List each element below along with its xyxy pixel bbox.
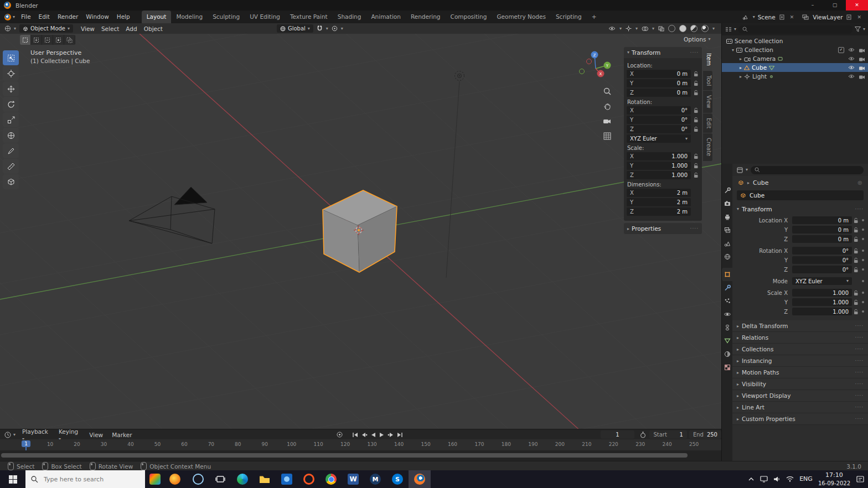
- animate-dot[interactable]: [862, 280, 864, 282]
- section-grip[interactable]: ····: [855, 346, 864, 352]
- chevron-down-icon[interactable]: ▾: [753, 15, 755, 19]
- lock-icon[interactable]: [692, 107, 699, 113]
- section-grip[interactable]: ····: [855, 416, 864, 422]
- tool-options-dropdown[interactable]: Options ▾: [684, 36, 711, 43]
- transform-tool[interactable]: [3, 128, 19, 143]
- value-field[interactable]: 1.000: [792, 298, 852, 306]
- workspace-tab[interactable]: Rendering: [406, 11, 446, 23]
- dimension-field[interactable]: Y2 m: [627, 198, 691, 206]
- prev-keyframe-button[interactable]: [360, 430, 369, 439]
- add-cube-tool[interactable]: [3, 174, 19, 189]
- location-field[interactable]: Z0 m: [627, 89, 691, 97]
- properties-section-header[interactable]: ▸ Custom Properties ····: [732, 413, 868, 425]
- menu-item[interactable]: File: [17, 11, 35, 23]
- select-mode-invert[interactable]: [53, 35, 64, 45]
- section-grip[interactable]: ····: [855, 370, 864, 375]
- move-tool[interactable]: [3, 81, 19, 96]
- expander-icon[interactable]: ▸: [740, 74, 742, 79]
- chevron-down-icon[interactable]: ▾: [863, 27, 865, 32]
- auto-keying-toggle[interactable]: [336, 431, 343, 438]
- overlays-toggle[interactable]: [642, 26, 648, 32]
- pan-hand-button[interactable]: [601, 100, 613, 112]
- menu-item[interactable]: Edit: [35, 11, 54, 23]
- lock-icon[interactable]: [852, 248, 859, 254]
- object-name-field[interactable]: Cube: [737, 190, 864, 200]
- new-viewlayer-button[interactable]: [846, 14, 852, 20]
- npanel-properties-header[interactable]: ▸ Properties ····: [624, 223, 702, 234]
- camera-view-button[interactable]: [601, 115, 613, 127]
- outliner-search-input[interactable]: [738, 25, 852, 34]
- tab-output[interactable]: [722, 210, 733, 224]
- expander-icon[interactable]: ▾: [732, 48, 734, 53]
- render-camera-icon[interactable]: [859, 48, 865, 53]
- animate-dot[interactable]: [862, 301, 864, 303]
- photos-icon[interactable]: [276, 470, 298, 488]
- value-field[interactable]: 0°: [792, 266, 852, 273]
- network-icon[interactable]: [786, 476, 794, 482]
- snap-toggle[interactable]: [317, 25, 323, 32]
- chevron-down-icon[interactable]: ▾: [746, 168, 748, 172]
- properties-section-header[interactable]: ▸ Delta Transform ····: [732, 320, 868, 332]
- lock-icon[interactable]: [852, 267, 859, 273]
- workspace-tab[interactable]: Layout: [142, 11, 172, 23]
- language-indicator[interactable]: ENG: [799, 475, 813, 482]
- navigation-gizmo[interactable]: Z Y X: [576, 48, 616, 87]
- shading-wireframe-button[interactable]: [668, 25, 675, 32]
- light-object[interactable]: [446, 71, 464, 278]
- rotation-field[interactable]: Z0°: [627, 125, 691, 133]
- expander-icon[interactable]: ▸: [740, 65, 742, 70]
- viewport-menu-item[interactable]: Object: [141, 25, 166, 32]
- cube-object[interactable]: [323, 190, 397, 272]
- sidebar-tab[interactable]: Create: [703, 133, 712, 160]
- properties-section-header[interactable]: ▸ Motion Paths ····: [732, 367, 868, 378]
- mode-dropdown[interactable]: Object Mode ▾: [19, 24, 73, 33]
- taskbar-search-input[interactable]: [43, 475, 133, 484]
- ortho-toggle-button[interactable]: [601, 130, 613, 142]
- animate-dot[interactable]: [862, 219, 864, 221]
- tab-render[interactable]: [722, 197, 733, 210]
- scale-field[interactable]: Z1.000: [627, 171, 691, 179]
- render-camera-icon[interactable]: [859, 74, 865, 79]
- animate-dot[interactable]: [862, 238, 864, 240]
- chrome-icon[interactable]: [320, 470, 342, 488]
- minimize-button[interactable]: –: [802, 0, 824, 11]
- outliner-row-camera[interactable]: ▸ Camera: [722, 54, 868, 63]
- photos-app-icon[interactable]: [165, 470, 185, 488]
- tab-scene[interactable]: [722, 237, 733, 250]
- shading-rendered-button[interactable]: [701, 25, 709, 32]
- tab-particles[interactable]: [722, 294, 733, 308]
- viewport-menu-item[interactable]: Add: [122, 25, 140, 32]
- editor-type-icon[interactable]: [737, 167, 743, 173]
- select-mode-new[interactable]: [20, 35, 31, 45]
- properties-search-input[interactable]: [751, 166, 864, 174]
- value-field[interactable]: 0 m: [792, 235, 852, 243]
- workspace-tab[interactable]: Compositing: [446, 11, 492, 23]
- panel-grip[interactable]: ····: [690, 50, 699, 55]
- value-field[interactable]: 0°: [792, 247, 852, 255]
- outliner-row-scene-collection[interactable]: Scene Collection: [722, 37, 868, 45]
- xray-toggle[interactable]: [658, 26, 664, 32]
- action-center-icon[interactable]: [856, 475, 865, 483]
- section-grip[interactable]: ····: [855, 323, 864, 329]
- close-button[interactable]: ✕: [846, 0, 868, 11]
- hide-eye-icon[interactable]: [848, 48, 855, 52]
- menu-item[interactable]: Render: [54, 11, 82, 23]
- hidden-icons-chevron[interactable]: [748, 477, 755, 481]
- proportional-dropdown[interactable]: ▾: [341, 27, 343, 31]
- firefox-icon[interactable]: [298, 470, 320, 488]
- start-button[interactable]: [0, 470, 25, 488]
- rotation-mode-dropdown[interactable]: XYZ Euler ▾: [627, 134, 691, 143]
- clock[interactable]: 17:10 16-09-2022: [818, 471, 850, 486]
- outliner-row-light[interactable]: ▸ Light: [722, 72, 868, 81]
- scale-tool[interactable]: [3, 112, 19, 127]
- gizmos-dropdown[interactable]: ▾: [636, 27, 638, 31]
- snap-settings-dropdown[interactable]: ▾: [326, 27, 328, 31]
- lock-icon[interactable]: [692, 71, 699, 77]
- panel-grip[interactable]: ····: [690, 226, 699, 231]
- frame-end-field[interactable]: End250: [689, 430, 721, 439]
- outliner-row-cube[interactable]: ▸ Cube: [722, 63, 868, 72]
- scale-field[interactable]: X1.000: [627, 152, 691, 160]
- tab-view-layer[interactable]: [722, 224, 733, 237]
- render-camera-icon[interactable]: [859, 65, 865, 70]
- sidebar-tab[interactable]: Edit: [703, 113, 712, 133]
